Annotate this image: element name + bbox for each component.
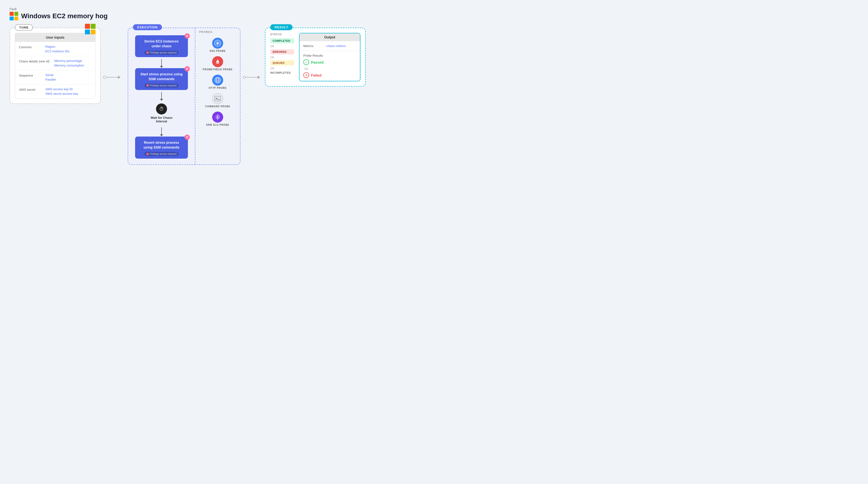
exec-step-start: ⚙ Start stress process using SSM command…	[135, 68, 188, 90]
input-ec2-ids[interactable]: EC2 instance IDs	[45, 50, 69, 53]
input-label-sequence: Sequence	[19, 73, 40, 77]
exec-steps: ⚙ Derive EC2 instances under chaos Privi…	[134, 35, 189, 159]
probe-item-command: COMMAND PROBE	[205, 93, 230, 108]
exec-step-title-3: Revert stress process using SSM commands	[140, 140, 183, 150]
input-parallel[interactable]: Parallel	[45, 78, 56, 81]
probe-item-prometheus: PROMETHEUS PROBE	[203, 56, 233, 71]
windows-logo-blue	[9, 17, 14, 21]
input-aws-secret[interactable]: AWS secret access key	[45, 92, 78, 95]
input-memory-con[interactable]: Memory consumption	[54, 64, 84, 67]
status-incompleted-badge: INCOMPLETED	[270, 71, 294, 74]
arrow-shaft-2	[246, 77, 258, 78]
wait-clock-icon: ⏱	[156, 103, 167, 115]
output-row-probe-results: Probe Results ✓ Passed OR ✕ Failed	[300, 51, 360, 81]
http-probe-icon	[212, 74, 223, 86]
or-text-3: OR	[270, 67, 294, 70]
input-row-sequence: Sequence Serial Parallel	[15, 70, 95, 84]
prometheus-probe-label: PROMETHEUS PROBE	[203, 68, 233, 71]
input-row-common: Common Region EC2 instance IDs	[15, 42, 95, 56]
failed-x-icon: ✕	[303, 72, 309, 78]
probe-result-passed: ✓ Passed	[303, 59, 324, 65]
arrow-line-2	[243, 75, 260, 79]
exec-down-arrow-1	[161, 59, 162, 66]
arrow-head-2-icon	[258, 75, 260, 79]
input-values-aws: AWS access key ID AWS secret access key	[45, 87, 78, 95]
input-serial[interactable]: Serial	[45, 73, 56, 77]
exec-probes-combined: EXECUTION ⚙ Derive EC2 instances under c…	[125, 28, 241, 165]
exec-step-title-2: Start stress process using SSM commands	[140, 72, 183, 81]
svg-point-17	[217, 116, 218, 118]
probe-item-srm: SRM SLO PROBE	[206, 112, 229, 126]
svg-rect-13	[215, 96, 221, 101]
privilege-text-3: Privilege access required	[150, 153, 177, 155]
input-label-aws: AWS secret	[19, 87, 40, 91]
fault-label: Fault	[9, 7, 859, 11]
failed-label: Failed	[311, 73, 321, 77]
http-probe-label: HTTP PROBE	[209, 87, 226, 89]
input-label-chaos: Chaos details (one of)	[19, 59, 50, 63]
arrow-circle-2-icon	[243, 76, 246, 79]
privilege-badge-icon-2: ⚙	[185, 66, 190, 71]
input-values-chaos: Memory percentage Memory consumption	[54, 59, 84, 67]
input-values-common: Region EC2 instance IDs	[45, 45, 69, 53]
privilege-text-1: Privilege access required	[150, 51, 177, 54]
svg-text:⚙: ⚙	[186, 135, 189, 139]
exec-privilege-badge-1: Privilege access required	[145, 51, 179, 55]
exec-down-arrow-3	[161, 127, 162, 134]
privilege-badge-icon-3: ⚙	[185, 134, 190, 140]
probe-list: K8S PROBE PROMETHEUS PROBE	[200, 38, 235, 126]
result-section: RESULT STATUS COMPLETED OR ERRORED OR QU…	[265, 28, 366, 87]
or-text-2: OR	[270, 56, 294, 59]
probe-result-failed: ✕ Failed	[303, 72, 324, 78]
exec-step-derive: ⚙ Derive EC2 instances under chaos Privi…	[135, 35, 188, 57]
probes-label: PROBES	[199, 30, 212, 33]
command-probe-label: COMMAND PROBE	[205, 105, 230, 108]
wait-label: Wait for ChaosInterval	[151, 116, 172, 123]
k8s-probe-icon	[212, 38, 223, 49]
execution-badge: EXECUTION	[133, 24, 162, 30]
or-text-1: OR	[270, 45, 294, 48]
srm-probe-icon	[212, 112, 223, 123]
exec-step-title-1: Derive EC2 instances under chaos	[140, 39, 183, 49]
arrow-head-icon	[118, 75, 121, 79]
execution-section: EXECUTION ⚙ Derive EC2 instances under c…	[128, 28, 195, 165]
srm-probe-label: SRM SLO PROBE	[206, 124, 229, 126]
probe-item-http: HTTP PROBE	[209, 74, 226, 89]
input-memory-pct[interactable]: Memory percentage	[54, 59, 84, 63]
tune-windows-logo-icon	[85, 24, 95, 34]
arrow-line-1	[103, 75, 121, 79]
input-aws-key-id[interactable]: AWS access key ID	[45, 87, 78, 91]
flow-arrow-1	[101, 75, 123, 79]
page-title: Windows EC2 memory hog	[9, 12, 859, 21]
input-label-common: Common	[19, 45, 40, 49]
probe-item-k8s: K8S PROBE	[210, 38, 226, 52]
privilege-dot-icon-2	[146, 84, 149, 87]
arrow-shaft	[106, 77, 118, 78]
input-row-aws: AWS secret AWS access key ID AWS secret …	[15, 84, 95, 98]
output-header: Output	[300, 33, 360, 41]
probes-section: PROBES K8S PROBE	[195, 28, 241, 165]
exec-down-arrow-2	[161, 92, 162, 99]
command-probe-icon	[212, 93, 223, 104]
exec-wait-step: ⏱ Wait for ChaosInterval	[151, 101, 172, 125]
arrow-circle-icon	[103, 76, 106, 79]
metrics-value: chaos metrics	[327, 44, 346, 48]
status-completed-badge: COMPLETED	[270, 38, 294, 43]
tune-badge: TUNE	[15, 24, 33, 31]
windows-logo-red	[9, 12, 14, 16]
tune-section: TUNE User Inputs Common Region EC2 insta…	[9, 28, 101, 104]
page-header: Fault Windows EC2 memory hog	[9, 7, 859, 21]
or-text-probe: OR	[304, 67, 308, 70]
passed-checkmark-icon: ✓	[303, 59, 309, 65]
probe-results-header: Probe Results	[303, 54, 323, 57]
input-region[interactable]: Region	[45, 45, 69, 49]
user-inputs-header: User Inputs	[15, 33, 95, 42]
exec-privilege-badge-3: Privilege access required	[145, 152, 179, 156]
status-queued-badge: QUEUED	[270, 60, 294, 65]
svg-text:⚙: ⚙	[186, 67, 189, 70]
k8s-probe-label: K8S PROBE	[210, 50, 226, 52]
exec-privilege-badge-2: Privilege access required	[145, 84, 179, 88]
svg-text:⚙: ⚙	[186, 34, 189, 38]
user-inputs-box: User Inputs Common Region EC2 instance I…	[15, 33, 95, 99]
probe-results-items: ✓ Passed OR ✕ Failed	[303, 59, 324, 78]
